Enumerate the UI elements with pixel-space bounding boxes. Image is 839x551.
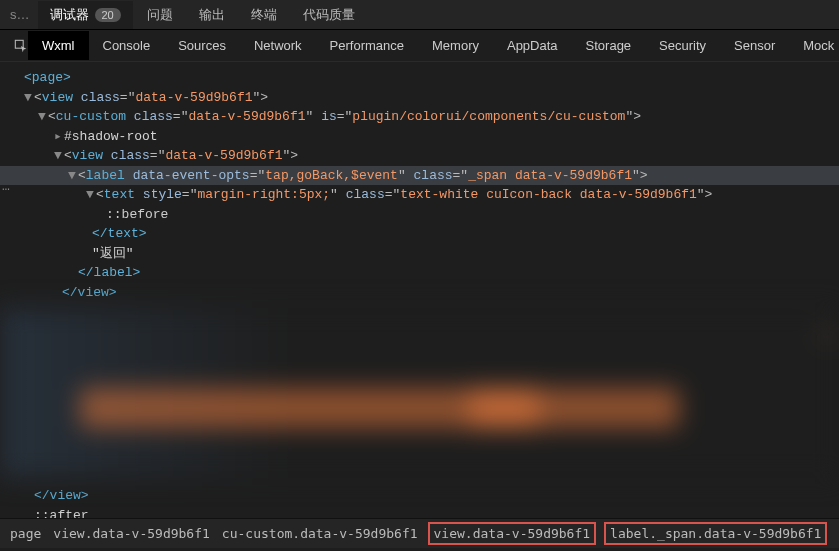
dom-node-pseudo-after[interactable]: ::after xyxy=(10,506,829,519)
tab-issues[interactable]: 问题 xyxy=(135,1,185,29)
dom-node-view-close-inner[interactable]: </view> xyxy=(10,283,829,303)
tab-debugger-label: 调试器 xyxy=(50,6,89,24)
devtools-tab-bar: Wxml Console Sources Network Performance… xyxy=(0,30,839,62)
tab-debugger-badge: 20 xyxy=(95,8,121,22)
panel-tab-bar: s… 调试器 20 问题 输出 终端 代码质量 xyxy=(0,0,839,30)
subtab-storage[interactable]: Storage xyxy=(572,31,646,60)
dom-breadcrumb: page view.data-v-59d9b6f1 cu-custom.data… xyxy=(0,518,839,548)
crumb-label-highlighted[interactable]: label._span.data-v-59d9b6f1 xyxy=(604,522,827,545)
inspect-element-icon[interactable] xyxy=(14,33,28,59)
dom-node-pseudo-before[interactable]: ::before xyxy=(10,205,829,225)
subtab-wxml[interactable]: Wxml xyxy=(28,31,89,60)
dom-node-shadow-root[interactable]: ▸#shadow-root xyxy=(10,127,829,147)
subtab-performance[interactable]: Performance xyxy=(316,31,418,60)
subtab-appdata[interactable]: AppData xyxy=(493,31,572,60)
tab-debugger[interactable]: 调试器 20 xyxy=(38,1,133,29)
dom-node-page[interactable]: <page> xyxy=(10,68,829,88)
blurred-fragment: "s xyxy=(817,328,833,348)
subtab-security[interactable]: Security xyxy=(645,31,720,60)
overflow-tab-label[interactable]: s… xyxy=(10,7,30,22)
subtab-mock[interactable]: Mock xyxy=(789,31,839,60)
crumb-view-2-highlighted[interactable]: view.data-v-59d9b6f1 xyxy=(428,522,597,545)
dom-node-text-close[interactable]: </text> xyxy=(10,224,829,244)
dom-tree-panel[interactable]: <page> ▼<view class="data-v-59d9b6f1"> ▼… xyxy=(0,62,839,518)
dom-node-text-content[interactable]: "返回" xyxy=(10,244,829,264)
subtab-memory[interactable]: Memory xyxy=(418,31,493,60)
dom-node-view-1[interactable]: ▼<view class="data-v-59d9b6f1"> xyxy=(10,88,829,108)
dom-node-label-selected[interactable]: ▼<label data-event-opts="tap,goBack,$eve… xyxy=(0,166,839,186)
gutter-ellipsis: … xyxy=(2,177,10,197)
blurred-content-region: "s xyxy=(0,308,839,478)
subtab-sources[interactable]: Sources xyxy=(164,31,240,60)
dom-node-label-close[interactable]: </label> xyxy=(10,263,829,283)
subtab-console[interactable]: Console xyxy=(89,31,165,60)
dom-node-view-close-outer[interactable]: </view> xyxy=(10,486,829,506)
crumb-view-1[interactable]: view.data-v-59d9b6f1 xyxy=(53,526,210,541)
tab-code-quality[interactable]: 代码质量 xyxy=(291,1,367,29)
dom-node-cu-custom[interactable]: ▼<cu-custom class="data-v-59d9b6f1" is="… xyxy=(10,107,829,127)
crumb-cu-custom[interactable]: cu-custom.data-v-59d9b6f1 xyxy=(222,526,418,541)
tab-output[interactable]: 输出 xyxy=(187,1,237,29)
subtab-network[interactable]: Network xyxy=(240,31,316,60)
subtab-sensor[interactable]: Sensor xyxy=(720,31,789,60)
tab-terminal[interactable]: 终端 xyxy=(239,1,289,29)
crumb-page[interactable]: page xyxy=(10,526,41,541)
dom-node-view-2[interactable]: ▼<view class="data-v-59d9b6f1"> xyxy=(10,146,829,166)
dom-node-text[interactable]: ▼<text style="margin-right:5px;" class="… xyxy=(10,185,829,205)
